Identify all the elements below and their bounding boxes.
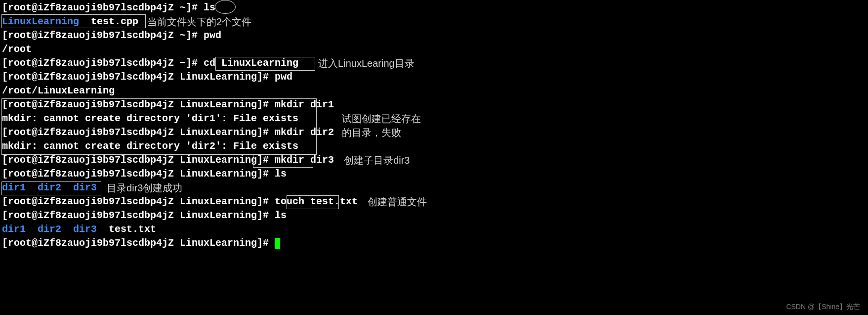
dir-dir2: dir2 [38, 223, 61, 236]
annotation-1: 当前文件夹下的2个文件 [147, 15, 251, 29]
file-test-txt: test.txt [109, 223, 156, 236]
line-prompt-pwd2: [root@iZf8zauoji9b97lscdbp4jZ LinuxLearn… [2, 70, 866, 84]
line-prompt-ls: [root@iZf8zauoji9b97lscdbp4jZ ~]# ls [2, 1, 866, 15]
cmd-pwd: pwd [204, 29, 221, 43]
prompt: [root@iZf8zauoji9b97lscdbp4jZ ~]# [2, 29, 204, 43]
annotation-4: 创建子目录dir3 [344, 153, 410, 167]
dir-linuxlearning: LinuxLearning [2, 15, 79, 29]
line-prompt-mkdir1: [root@iZf8zauoji9b97lscdbp4jZ LinuxLearn… [2, 98, 866, 112]
line-prompt-mkdir2: [root@iZf8zauoji9b97lscdbp4jZ LinuxLearn… [2, 126, 866, 139]
cmd-ls: ls [275, 167, 287, 181]
dir-dir1: dir1 [2, 223, 26, 236]
cmd-pwd: pwd [275, 70, 292, 84]
line-prompt-ls3: [root@iZf8zauoji9b97lscdbp4jZ LinuxLearn… [2, 209, 866, 223]
err-mkdir1: mkdir: cannot create directory 'dir1': F… [2, 112, 298, 126]
cmd-mkdir2: mkdir dir2 [275, 126, 334, 139]
annotation-3b: 的目录，失败 [342, 126, 401, 139]
annotation-2: 进入LinuxLearing目录 [318, 56, 414, 70]
annotation-6: 创建普通文件 [368, 195, 427, 209]
dir-dir3: dir3 [73, 181, 97, 195]
line-pwd-root: /root [2, 43, 866, 56]
prompt: [root@iZf8zauoji9b97lscdbp4jZ LinuxLearn… [2, 236, 275, 250]
cmd-ls: ls [204, 1, 215, 15]
touch-file: test.txt [310, 195, 358, 209]
line-prompt-mkdir3: [root@iZf8zauoji9b97lscdbp4jZ LinuxLearn… [2, 153, 866, 167]
prompt: [root@iZf8zauoji9b97lscdbp4jZ LinuxLearn… [2, 126, 275, 139]
dir-dir2: dir2 [38, 181, 61, 195]
line-prompt-ls2: [root@iZf8zauoji9b97lscdbp4jZ LinuxLearn… [2, 167, 866, 181]
prompt: [root@iZf8zauoji9b97lscdbp4jZ LinuxLearn… [2, 153, 275, 167]
line-prompt-cursor[interactable]: [root@iZf8zauoji9b97lscdbp4jZ LinuxLearn… [2, 236, 866, 250]
line-prompt-pwd: [root@iZf8zauoji9b97lscdbp4jZ ~]# pwd [2, 29, 866, 43]
pwd-out-root: /root [2, 43, 32, 56]
cmd-mkdir1: mkdir dir1 [275, 98, 334, 112]
prompt: [root@iZf8zauoji9b97lscdbp4jZ LinuxLearn… [2, 167, 275, 181]
line-err-mkdir1: mkdir: cannot create directory 'dir1': F… [2, 112, 866, 126]
cursor [275, 238, 280, 249]
prompt: [root@iZf8zauoji9b97lscdbp4jZ LinuxLearn… [2, 195, 275, 209]
line-prompt-touch: [root@iZf8zauoji9b97lscdbp4jZ LinuxLearn… [2, 195, 866, 209]
prompt: [root@iZf8zauoji9b97lscdbp4jZ LinuxLearn… [2, 70, 275, 84]
line-ls-dirs: dir1 dir2 dir3 目录dir3创建成功 [2, 181, 866, 195]
prompt: [root@iZf8zauoji9b97lscdbp4jZ ~]# [2, 56, 204, 70]
prompt: [root@iZf8zauoji9b97lscdbp4jZ ~]# [2, 1, 204, 15]
cmd-touch: touch [275, 195, 310, 209]
pwd-out-linux: /root/LinuxLearning [2, 84, 115, 98]
prompt: [root@iZf8zauoji9b97lscdbp4jZ LinuxLearn… [2, 98, 275, 112]
annotation-3a: 试图创建已经存在 [342, 112, 421, 126]
annotation-5: 目录dir3创建成功 [107, 181, 182, 195]
terminal[interactable]: [root@iZf8zauoji9b97lscdbp4jZ ~]# ls Lin… [0, 0, 868, 251]
line-ls-all: dir1 dir2 dir3 test.txt [2, 223, 866, 236]
cmd-ls: ls [275, 209, 287, 223]
line-ls-output: LinuxLearning test.cpp 当前文件夹下的2个文件 [2, 15, 866, 29]
dir-dir3: dir3 [73, 223, 97, 236]
line-prompt-cd: [root@iZf8zauoji9b97lscdbp4jZ ~]# cd Lin… [2, 56, 866, 70]
cmd-mkdir3: mkdir dir3 [275, 153, 334, 167]
cmd-cd: cd LinuxLearning [204, 56, 298, 70]
prompt: [root@iZf8zauoji9b97lscdbp4jZ LinuxLearn… [2, 209, 275, 223]
err-mkdir2: mkdir: cannot create directory 'dir2': F… [2, 139, 298, 153]
watermark: CSDN @【Shine】光芒 [786, 302, 860, 312]
line-err-mkdir2: mkdir: cannot create directory 'dir2': F… [2, 139, 866, 153]
dir-dir1: dir1 [2, 181, 26, 195]
file-test-cpp: test.cpp [91, 15, 138, 29]
line-pwd-linux: /root/LinuxLearning [2, 84, 866, 98]
